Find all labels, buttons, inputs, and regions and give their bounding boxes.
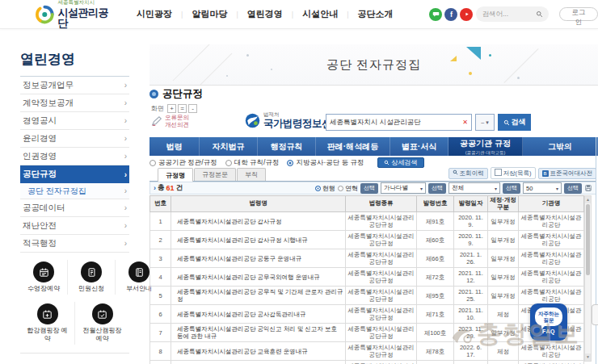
table-row: 7세종특별자치시시설관리공단 공익신고 처리 및 신고자 보호 등에 관한 내규… (150, 324, 584, 342)
table-cell: 제95호 (417, 287, 454, 305)
quicklink-합강캠핑장 예약[interactable]: 합강캠핑장 예약 (20, 302, 74, 345)
law-search-button[interactable]: 검색 (498, 114, 531, 131)
sidebar-item-1[interactable]: 계약정보공개› (20, 94, 129, 112)
regulation-link[interactable]: 세종특별자치시시설관리공단 공무직 및 기간제 근로자 관리규정 (171, 287, 346, 305)
regulation-link[interactable]: 세종특별자치시시설관리공단 공동구 운영내규 (171, 249, 346, 268)
sidebar-menu: 정보공개업무›계약정보공개›경영공시›윤리경영›인권경영›공단규정›공단 전자규… (20, 77, 129, 253)
filter-select-0[interactable]: 가나다별▾ (381, 182, 426, 194)
clear-icon[interactable]: ✕ (462, 119, 468, 126)
sidebar-item-3[interactable]: 윤리경영› (20, 130, 129, 148)
site-logo[interactable]: 세종특별자치시 시설관리공단 (36, 0, 115, 28)
magnifier-icon (453, 169, 458, 177)
table-cell: 제78호 (417, 342, 454, 361)
select-button[interactable]: 선택 (428, 183, 446, 194)
sidebar-item-0[interactable]: 정보공개업무› (20, 77, 129, 94)
law-tab-1[interactable]: 자치법규 (200, 137, 258, 156)
tool-0[interactable]: 조회이력 (448, 168, 488, 179)
panel-collapse-handle[interactable] (592, 304, 598, 325)
radio-icon (225, 160, 232, 166)
chat-icon[interactable] (429, 8, 442, 21)
regulation-link[interactable]: 세종특별자치시시설관리공단 감사규정 시행내규 (171, 231, 346, 249)
law-tab-5[interactable]: 공공기관 규정(공공기관·대학교등) (448, 137, 523, 156)
scope-radio-0[interactable]: 공공기관 정관/규정 (150, 158, 217, 168)
table-row: 5세종특별자치시시설관리공단 공무직 및 기간제 근로자 관리규정세종특별자치시… (150, 287, 584, 305)
law-tab-4[interactable]: 별표·서식 (390, 137, 448, 156)
nav-item-5[interactable]: 공단소개 (348, 8, 402, 20)
quicklink-수영장예약[interactable]: 수영장예약 (20, 260, 67, 295)
quicklink-민원신청[interactable]: 민원신청 (67, 260, 115, 295)
sidebar-item-7[interactable]: 공공데이터› (20, 199, 129, 217)
view-radio-0[interactable]: 현행 (315, 184, 335, 193)
login-button[interactable]: 로그인 (559, 7, 598, 21)
youtube-icon[interactable] (460, 8, 473, 21)
select-button[interactable]: 선택 (503, 183, 520, 194)
nav-item-4[interactable]: 시설안내 (293, 8, 347, 20)
scrollbar-thumb[interactable] (586, 204, 590, 275)
law-tab-6[interactable]: 그밖의 (523, 137, 598, 156)
save-icon[interactable] (584, 184, 592, 192)
table-scrollbar[interactable]: ▲ ▼ (584, 195, 592, 362)
scope-radio-1[interactable]: 대학 규칙/규정 (225, 158, 280, 168)
sidebar-item-6[interactable]: 공단 전자규정집› (20, 183, 129, 199)
sidebar-item-2[interactable]: 경영공시› (20, 112, 129, 130)
filter-select-1[interactable]: 전체▾ (448, 182, 500, 194)
search-icon (536, 10, 543, 18)
law-tab-2[interactable]: 행정규칙 (258, 137, 316, 156)
pencil-icon (151, 115, 162, 127)
sidebar-item-9[interactable]: 적극행정› (20, 235, 129, 253)
tool-2[interactable]: B표준국어대사전 (538, 168, 597, 179)
dictionary-icon: B (542, 169, 549, 177)
select-button[interactable]: 선택 (564, 183, 582, 194)
facebook-icon[interactable]: f (444, 8, 457, 21)
header-search-input[interactable]: 검색어... (476, 6, 548, 22)
table-cell: 2 (150, 231, 171, 249)
nav-item-1[interactable]: 시민광장 (128, 8, 181, 20)
table-row: 8세종특별자치시시설관리공단 교육훈련 운영내규세종특별자치시시설관리공단규정제… (150, 342, 584, 361)
table-cell: 세종특별자치시시설관리공단 (519, 231, 584, 249)
sidebar-item-5[interactable]: 공단규정› (20, 165, 129, 183)
scope-radio-2[interactable]: 지방공사·공단 등 규정 (287, 158, 364, 168)
faq-button[interactable]: 자주하는 질문 FAQ (530, 303, 567, 341)
table-cell: 2020. 11. 9. (454, 212, 488, 231)
chevron-down-icon: ▾ (495, 186, 497, 191)
social-links: f (429, 8, 473, 21)
nav-item-2[interactable]: 알림마당 (183, 8, 236, 20)
tool-label: 표준국어대사전 (550, 169, 593, 178)
chevron-right-icon: › (124, 81, 127, 90)
error-feedback-link[interactable]: 오류문의 개선의견 (151, 114, 189, 128)
sidebar-item-8[interactable]: 재난안전› (20, 217, 129, 235)
sidebar-item-4[interactable]: 인권경영› (20, 148, 129, 165)
law-tab-sublabel: (공공기관·대학교등) (465, 150, 506, 156)
law-tab-3[interactable]: 판례·해석례등 (316, 137, 390, 156)
column-header-5: 제정·개정 구분 (488, 196, 519, 212)
table-cell: 세종특별자치시시설관리공단규정 (346, 231, 417, 249)
quicklink-전월산캠핑장 예약[interactable]: 전월산캠핑장 예약 (74, 302, 129, 345)
regulation-link[interactable]: 세종특별자치시시설관리공단 교육훈련 운영내규 (171, 342, 346, 361)
regulation-link[interactable]: 세종특별자치시시설관리공단 공무국외여행 운영내규 (171, 268, 346, 287)
table-cell: 1 (150, 212, 171, 231)
regulation-link[interactable]: 세종특별자치시시설관리공단 공익신고 처리 및 신고자 보호 등에 관한 내규 (171, 324, 346, 342)
scroll-down-icon[interactable]: ▼ (585, 354, 591, 361)
regulation-link[interactable]: 세종특별자치시시설관리공단 공사감독관리내규 (171, 305, 346, 324)
regulation-link[interactable]: 세종특별자치시시설관리공단 기록관 운영내규 (171, 361, 346, 364)
subtab-2[interactable]: 부칙 (237, 168, 266, 181)
law-tab-0[interactable]: 법령 (150, 137, 200, 156)
tool-label: 조회이력 (460, 169, 484, 178)
table-row: 4세종특별자치시시설관리공단 공무국외여행 운영내규세종특별자치시시설관리공단규… (150, 268, 584, 287)
filter-select-2[interactable]: 50▾ (523, 182, 562, 194)
law-search-input[interactable]: 세종특별자치시 시설관리공단 ✕ (326, 114, 472, 131)
view-radio-1[interactable]: 연혁 (338, 184, 358, 193)
search-icon (384, 160, 390, 165)
select-button[interactable]: 선택 (360, 183, 378, 194)
tool-1[interactable]: 저장(목록) (491, 167, 536, 179)
subtab-0[interactable]: 규정명 (158, 168, 193, 182)
detail-search-button[interactable]: 상세검색 (377, 157, 424, 168)
law-search-select[interactable]: – ▾ (475, 114, 495, 131)
chevron-right-icon: › (124, 116, 127, 125)
law-tab-label: 행정규칙 (271, 141, 303, 153)
regulation-link[interactable]: 세종특별자치시시설관리공단 감사규정 (171, 212, 346, 231)
subtab-1[interactable]: 규정본문 (194, 168, 236, 181)
nav-item-3[interactable]: 열린경영 (238, 8, 292, 20)
scroll-up-icon[interactable]: ▲ (585, 196, 591, 203)
law-tab-label: 별표·서식 (402, 141, 436, 153)
